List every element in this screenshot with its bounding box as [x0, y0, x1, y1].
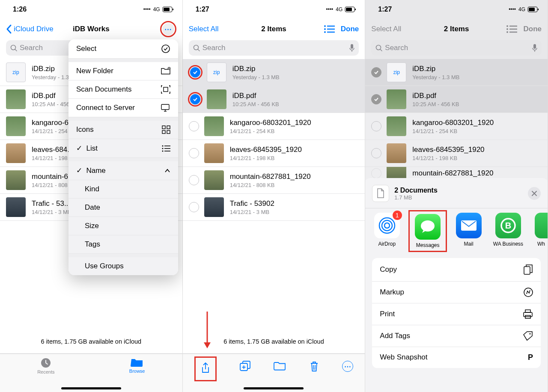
menu-sort-name[interactable]: ✓ Name: [68, 161, 178, 180]
share-title: 2 Documents: [394, 187, 437, 194]
done-button[interactable]: Done: [341, 25, 359, 33]
menu-sort-size[interactable]: Size: [68, 217, 178, 235]
select-all-button[interactable]: Select All: [371, 25, 401, 33]
file-row[interactable]: zipiDB.zipYesterday - 1.3 MB: [183, 59, 365, 86]
app-messages[interactable]: Messages: [413, 214, 442, 248]
action-print[interactable]: Print: [372, 303, 541, 325]
search-icon: [375, 45, 382, 51]
action-add-tags[interactable]: Add Tags: [372, 325, 541, 347]
clock-icon: [40, 357, 51, 368]
svg-rect-9: [161, 104, 169, 110]
trash-icon[interactable]: [310, 361, 319, 372]
back-button[interactable]: iCloud Drive: [6, 24, 54, 34]
mic-icon[interactable]: [532, 44, 537, 52]
duplicate-icon[interactable]: [240, 361, 251, 372]
tag-icon: [523, 331, 533, 341]
svg-point-25: [324, 25, 326, 27]
action-markup[interactable]: Markup: [372, 282, 541, 303]
file-thumb: [207, 89, 226, 109]
svg-line-4: [15, 49, 17, 51]
search-field[interactable]: Search: [189, 40, 359, 56]
messages-icon: [419, 219, 436, 235]
more-button[interactable]: ⋯: [342, 361, 353, 372]
action-web-snapshot[interactable]: Web SnapshotP: [372, 347, 541, 368]
app-wa-business[interactable]: B WA Business: [494, 213, 523, 249]
svg-point-70: [529, 333, 530, 334]
check-icon[interactable]: [190, 67, 200, 77]
menu-connect[interactable]: Connect to Server: [68, 99, 178, 117]
file-thumb: [6, 197, 26, 217]
file-row[interactable]: kangaroo-6803201_192014/12/21 - 254 KB: [365, 113, 548, 140]
tab-recents[interactable]: Recents: [37, 357, 54, 374]
airdrop-badge: 1: [393, 211, 402, 220]
app-mail[interactable]: Mail: [456, 213, 482, 249]
select-all-button[interactable]: Select All: [189, 25, 219, 33]
more-button[interactable]: ⋯: [162, 23, 174, 35]
mic-icon[interactable]: [349, 44, 354, 52]
check-icon[interactable]: [190, 94, 200, 104]
menu-sort-date[interactable]: Date: [68, 199, 178, 217]
menu-scan[interactable]: Scan Documents: [68, 80, 178, 99]
folder-icon: [131, 357, 143, 368]
file-row[interactable]: mountain-6827881_192014/12/21 - 808 KB: [183, 167, 365, 194]
footer-status: 6 items, 1.75 GB available on iCloud: [0, 338, 182, 345]
file-row[interactable]: Trafic - 5390214/12/21 - 3 MB: [183, 194, 365, 221]
close-button[interactable]: [528, 187, 541, 200]
menu-sort-kind[interactable]: Kind: [68, 180, 178, 199]
check-icon[interactable]: [371, 94, 381, 104]
file-thumb: [6, 89, 26, 109]
clock: 1:27: [378, 6, 392, 13]
file-row[interactable]: iDB.pdf10:25 AM - 456 KB: [365, 86, 548, 113]
home-indicator[interactable]: [244, 387, 304, 389]
action-copy[interactable]: Copy: [372, 258, 541, 282]
move-folder-icon[interactable]: [274, 361, 286, 370]
file-row[interactable]: leaves-6845395_192014/12/21 - 198 KB: [365, 140, 548, 167]
app-whatsapp[interactable]: Wh: [535, 213, 548, 249]
menu-sort-tags[interactable]: Tags: [68, 235, 178, 254]
file-thumb: [6, 170, 26, 190]
check-icon[interactable]: [371, 67, 381, 77]
file-row[interactable]: leaves-6845395_192014/12/21 - 198 KB: [183, 140, 365, 167]
svg-rect-2: [173, 9, 173, 10]
menu-select[interactable]: Select: [68, 39, 178, 59]
file-thumb: [6, 143, 26, 163]
share-header: 2 Documents 1.7 MB: [365, 185, 548, 208]
svg-point-46: [506, 25, 508, 27]
tab-browse[interactable]: Browse: [129, 357, 145, 374]
list-view-icon[interactable]: [324, 25, 335, 33]
file-row[interactable]: iDB.pdf10:25 AM - 456 KB: [183, 86, 365, 113]
wa-icon: B: [499, 216, 518, 235]
doc-icon: [372, 185, 389, 202]
svg-point-29: [324, 31, 326, 33]
file-thumb: [387, 89, 406, 109]
svg-point-18: [162, 148, 164, 149]
menu-use-groups[interactable]: Use Groups: [68, 257, 178, 275]
tab-bar: Recents Browse: [0, 353, 182, 392]
check-icon[interactable]: [189, 202, 199, 212]
menu-new-folder[interactable]: New Folder: [68, 62, 178, 80]
svg-rect-65: [524, 267, 530, 274]
check-icon[interactable]: [189, 175, 199, 185]
share-icon[interactable]: [201, 362, 210, 374]
menu-list[interactable]: ✓ List: [68, 139, 178, 158]
menu-icons[interactable]: Icons: [68, 121, 178, 139]
done-button[interactable]: Done: [523, 25, 542, 33]
file-row[interactable]: kangaroo-6803201_192014/12/21 - 254 KB: [183, 113, 365, 140]
list-view-icon[interactable]: [506, 25, 517, 33]
checkmark-circle-icon: [161, 44, 170, 53]
search-field[interactable]: Search: [371, 40, 542, 56]
check-icon[interactable]: [189, 148, 199, 158]
check-icon[interactable]: [189, 121, 199, 131]
more-button-highlight: ⋯: [160, 21, 176, 37]
check-icon[interactable]: [371, 148, 381, 158]
svg-rect-8: [164, 87, 168, 92]
check-icon[interactable]: [371, 121, 381, 131]
file-row[interactable]: zipiDB.zipYesterday - 1.3 MB: [365, 59, 548, 86]
markup-icon: [524, 288, 533, 297]
home-indicator[interactable]: [61, 387, 121, 389]
share-actions: Copy Markup Print Add Tags Web SnapshotP: [372, 258, 541, 368]
select-highlight: Select: [68, 39, 178, 60]
app-airdrop[interactable]: 1 AirDrop: [374, 213, 400, 249]
svg-rect-54: [533, 44, 536, 49]
check-icon[interactable]: [371, 168, 381, 178]
